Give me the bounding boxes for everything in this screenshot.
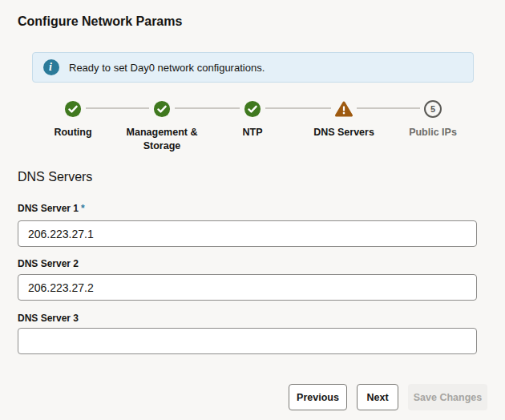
step-ntp-complete-icon[interactable]: [243, 99, 262, 119]
stepper-connector: [175, 107, 240, 109]
check-icon: [244, 100, 261, 118]
step-label-routing[interactable]: Routing: [29, 126, 117, 139]
info-banner: i Ready to set Day0 network configuratio…: [32, 52, 474, 83]
dns-server-2-input[interactable]: [18, 274, 477, 301]
info-icon: i: [43, 59, 59, 75]
stepper-connector: [86, 107, 149, 109]
step-label-ntp[interactable]: NTP: [208, 126, 297, 139]
next-button[interactable]: Next: [357, 384, 398, 410]
dns-server-1-input[interactable]: [18, 220, 477, 247]
step-label-dns-servers[interactable]: DNS Servers: [300, 126, 388, 139]
previous-button[interactable]: Previous: [289, 384, 347, 410]
section-heading-dns-servers: DNS Servers: [18, 170, 92, 184]
step-routing-complete-icon[interactable]: [63, 99, 83, 119]
step-public-ips-number-icon[interactable]: 5: [423, 99, 442, 119]
step-dns-servers-warning-icon[interactable]: [334, 99, 354, 119]
step-label-public-ips[interactable]: Public IPs: [389, 126, 477, 139]
stepper-connector: [357, 107, 420, 109]
save-changes-button[interactable]: Save Changes: [408, 384, 487, 410]
configure-network-params-dialog: { "title": "Configure Network Params", "…: [0, 0, 505, 420]
info-banner-message: Ready to set Day0 network configurations…: [69, 62, 265, 74]
dns-server-3-input[interactable]: [18, 328, 477, 354]
warning-triangle-icon: [334, 100, 354, 118]
dns-server-1-label-text: DNS Server 1: [18, 203, 79, 214]
dns-server-3-label: DNS Server 3: [18, 313, 79, 324]
step-number-badge: 5: [424, 100, 442, 118]
check-icon: [153, 100, 171, 118]
stepper-connector: [265, 107, 331, 109]
step-management-storage-complete-icon[interactable]: [152, 99, 172, 119]
step-label-management-storage[interactable]: Management & Storage: [118, 126, 206, 153]
check-icon: [64, 100, 82, 118]
required-asterisk: *: [81, 203, 85, 214]
page-title: Configure Network Params: [18, 14, 182, 29]
dns-server-1-label: DNS Server 1*: [18, 203, 85, 214]
dns-server-2-label: DNS Server 2: [18, 258, 79, 269]
